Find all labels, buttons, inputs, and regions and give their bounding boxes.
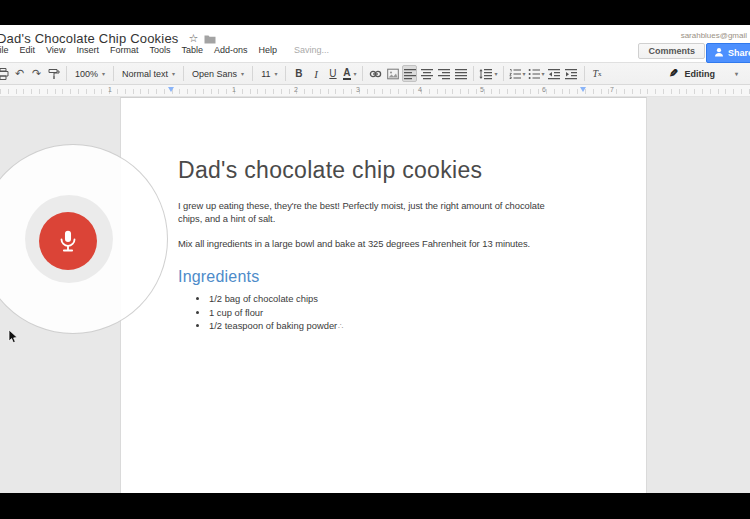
document-page[interactable]: Dad's chocolate chip cookies I grew up e… xyxy=(120,97,647,493)
comments-label: Comments xyxy=(648,46,695,56)
separator xyxy=(362,66,363,81)
separator xyxy=(113,66,114,81)
ruler-number: 2 xyxy=(294,86,298,93)
editing-mode-label: Editing xyxy=(684,69,715,79)
doc-paragraph[interactable]: Mix all ingredients in a large bowl and … xyxy=(178,237,565,250)
microphone-icon xyxy=(55,228,81,254)
list-item[interactable]: 1/2 teaspoon of baking powder∴ xyxy=(209,319,646,334)
menu-table[interactable]: Table xyxy=(181,45,203,55)
chevron-down-icon: ▾ xyxy=(172,71,175,77)
indent-marker-right[interactable] xyxy=(580,87,586,92)
separator xyxy=(584,66,585,81)
insert-link-icon[interactable] xyxy=(368,65,383,82)
chevron-down-icon: ▾ xyxy=(494,71,497,77)
ruler-number: 1 xyxy=(108,86,112,93)
ruler-number: 4 xyxy=(418,86,422,93)
ruler-number: 3 xyxy=(356,86,360,93)
list-item[interactable]: 1/2 bag of chocolate chips xyxy=(209,292,646,306)
menu-tools[interactable]: Tools xyxy=(149,45,170,55)
outdent-button[interactable] xyxy=(547,65,562,82)
paragraph-style-select[interactable]: Normal text ▾ xyxy=(118,65,179,82)
share-button[interactable]: Share xyxy=(706,43,750,63)
insert-image-icon[interactable] xyxy=(385,65,400,82)
separator xyxy=(285,66,286,81)
ruler[interactable]: 1 1 2 3 4 5 6 7 xyxy=(0,85,750,97)
bold-button[interactable]: B xyxy=(291,65,306,82)
line-spacing-button[interactable]: ▾ xyxy=(479,65,497,82)
separator xyxy=(66,66,67,81)
clear-formatting-x: x xyxy=(598,70,602,78)
ingredients-list: 1/2 bag of chocolate chips 1 cup of flou… xyxy=(178,292,646,334)
align-justify-button[interactable] xyxy=(453,65,468,82)
list-item-text: 1/2 teaspoon of baking powder xyxy=(209,320,337,331)
chevron-down-icon: ▾ xyxy=(542,71,545,77)
ruler-number: 6 xyxy=(542,86,546,93)
menu-file[interactable]: File xyxy=(0,45,9,55)
align-left-button[interactable] xyxy=(402,65,417,82)
align-center-button[interactable] xyxy=(419,65,434,82)
chevron-down-icon: ▾ xyxy=(735,71,738,77)
menu-help[interactable]: Help xyxy=(258,45,277,55)
zoom-select[interactable]: 100% ▾ xyxy=(71,65,109,82)
share-label: Share xyxy=(728,48,750,58)
redo-icon[interactable]: ↷ xyxy=(29,65,44,82)
undo-icon[interactable]: ↶ xyxy=(12,65,27,82)
numbered-list-button[interactable]: ▾ xyxy=(509,65,526,82)
separator xyxy=(183,66,184,81)
document-body: Dad's chocolate chip cookies I grew up e… xyxy=(121,98,646,334)
doc-heading-ingredients[interactable]: Ingredients xyxy=(178,268,646,286)
ruler-number: 7 xyxy=(610,86,614,93)
chevron-down-icon: ▾ xyxy=(102,71,105,77)
separator xyxy=(473,66,474,81)
document-title[interactable]: Dad's Chocolate Chip Cookies xyxy=(0,31,179,46)
mouse-cursor xyxy=(8,330,19,348)
print-icon[interactable] xyxy=(0,65,10,82)
editing-mode-button[interactable]: ✎ Editing ▾ xyxy=(663,65,744,82)
text-color-button[interactable]: A▾ xyxy=(342,65,357,82)
doc-paragraph[interactable]: I grew up eating these, they're the best… xyxy=(178,199,565,225)
zoom-value: 100% xyxy=(75,69,98,79)
comments-button[interactable]: Comments xyxy=(638,43,705,59)
indent-button[interactable] xyxy=(564,65,579,82)
video-frame: Dad's Chocolate Chip Cookies ☆ sarahblue… xyxy=(0,0,750,519)
microphone-button[interactable] xyxy=(39,212,97,270)
chevron-down-icon: ▾ xyxy=(241,71,244,77)
chevron-down-icon: ▾ xyxy=(354,71,357,77)
doc-heading-title[interactable]: Dad's chocolate chip cookies xyxy=(178,157,646,184)
letterbox-bottom xyxy=(0,493,750,519)
italic-button[interactable]: I xyxy=(308,65,323,82)
menu-insert[interactable]: Insert xyxy=(76,45,99,55)
star-icon[interactable]: ☆ xyxy=(189,33,199,44)
paint-format-icon[interactable] xyxy=(46,65,61,82)
font-size-select[interactable]: 11 ▾ xyxy=(257,65,281,82)
font-size-value: 11 xyxy=(261,69,270,79)
saving-status: Saving... xyxy=(294,45,329,55)
menu-format[interactable]: Format xyxy=(110,45,139,55)
list-item[interactable]: 1 cup of flour xyxy=(209,306,646,320)
separator xyxy=(503,66,504,81)
person-icon xyxy=(714,47,724,59)
pencil-icon: ✎ xyxy=(669,67,678,80)
menubar: File Edit View Insert Format Tools Table… xyxy=(0,45,329,55)
ruler-number: 1 xyxy=(232,86,236,93)
account-email[interactable]: sarahblues@gmail xyxy=(681,31,747,40)
menu-view[interactable]: View xyxy=(46,45,65,55)
menu-addons[interactable]: Add-ons xyxy=(214,45,248,55)
paragraph-style-value: Normal text xyxy=(122,69,168,79)
chevron-down-icon: ▾ xyxy=(274,71,277,77)
font-select[interactable]: Open Sans ▾ xyxy=(188,65,248,82)
menu-edit[interactable]: Edit xyxy=(20,45,36,55)
clear-formatting-button[interactable]: Tx xyxy=(590,65,605,82)
google-docs-app: Dad's Chocolate Chip Cookies ☆ sarahblue… xyxy=(0,25,750,493)
separator xyxy=(252,66,253,81)
text-cursor: ∴ xyxy=(338,322,343,331)
text-color-letter: A xyxy=(343,68,350,80)
chevron-down-icon: ▾ xyxy=(523,71,526,77)
font-value: Open Sans xyxy=(192,69,237,79)
toolbar: ↶ ↷ 100% ▾ Normal text ▾ Open Sans ▾ 1 xyxy=(0,62,750,85)
underline-button[interactable]: U xyxy=(325,65,340,82)
ruler-number: 5 xyxy=(480,86,484,93)
align-right-button[interactable] xyxy=(436,65,451,82)
bulleted-list-button[interactable]: ▾ xyxy=(528,65,545,82)
indent-marker-left[interactable] xyxy=(168,87,174,92)
